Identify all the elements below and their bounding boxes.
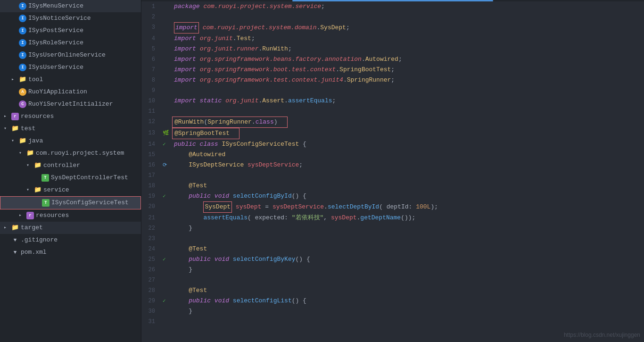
sidebar-item-resources-test[interactable]: r resources: [0, 209, 141, 222]
line-number: 14: [141, 139, 163, 150]
sidebar-item-service[interactable]: 📁 service: [0, 184, 141, 196]
folder-icon: 📁: [34, 160, 41, 171]
sidebar-item-com-folder[interactable]: 📁 com.ruoyi.project.system: [0, 147, 141, 159]
sidebar-item-label: target: [21, 223, 43, 233]
code-line: 3 import com.ruoyi.project.system.domain…: [141, 22, 644, 33]
sidebar-item-ISysRoleService[interactable]: I ISysRoleService: [0, 37, 141, 49]
sidebar-item-label: ISysRoleService: [28, 38, 83, 48]
line-content: ISysDeptService sysDeptService;: [172, 160, 644, 170]
sidebar-item-controller[interactable]: 📁 controller: [0, 159, 141, 172]
line-content: [172, 275, 644, 285]
line-number: 9: [141, 85, 163, 96]
code-line: 12 @RunWith(SpringRunner.class): [141, 117, 644, 128]
line-number: 17: [141, 170, 163, 181]
line-gutter: ✓: [163, 254, 172, 265]
sidebar-item-RuoYiApplication[interactable]: A RuoYiApplication: [0, 86, 141, 98]
line-number: 31: [141, 317, 163, 327]
sidebar-item-ISysConfigServiceTest[interactable]: T ISysConfigServiceTest: [0, 196, 141, 209]
resource-icon: r: [26, 212, 34, 219]
line-number: 7: [141, 65, 163, 75]
line-gutter: [163, 317, 172, 327]
sidebar-item-label: ISysUserService: [28, 62, 83, 73]
sidebar-item-SysDeptControllerTest[interactable]: T SysDeptControllerTest: [0, 172, 141, 184]
folder-arrow-icon: [11, 75, 18, 85]
class-icon: C: [19, 100, 26, 108]
line-gutter: [163, 306, 172, 317]
sidebar-item-resources-main[interactable]: r resources: [0, 110, 141, 123]
line-number: 12: [141, 117, 163, 128]
code-line: 4 import org.junit.Test;: [141, 33, 644, 44]
line-content: [172, 12, 644, 22]
sidebar-item-ISysMenuService[interactable]: I ISysMenuService: [0, 0, 141, 12]
sidebar-item-label: .gitignore: [21, 235, 58, 245]
line-gutter: [163, 234, 172, 244]
line-number: 18: [141, 181, 163, 191]
line-number: 4: [141, 33, 163, 44]
code-line: 15 @Autowired: [141, 150, 644, 160]
sidebar-item-ISysUserService[interactable]: I ISysUserService: [0, 61, 141, 74]
sidebar-item-test[interactable]: 📁 test: [0, 123, 141, 135]
code-line: 5 import org.junit.runner.RunWith;: [141, 44, 644, 54]
code-line: 28 @Test: [141, 285, 644, 296]
line-gutter: ✓: [163, 191, 172, 201]
line-number: 15: [141, 150, 163, 160]
code-content: 1 package com.ruoyi.project.system.servi…: [141, 1, 644, 327]
code-line: 2: [141, 12, 644, 22]
line-gutter: [163, 54, 172, 65]
folder-arrow-icon: [26, 185, 33, 195]
line-number: 8: [141, 75, 163, 85]
line-number: 13: [141, 128, 163, 139]
sidebar-item-label: ISysNoticeService: [28, 13, 91, 24]
sidebar-item-pom[interactable]: ▼ pom.xml: [0, 246, 141, 259]
sidebar-item-ISysNoticeService[interactable]: I ISysNoticeService: [0, 12, 141, 25]
line-gutter: [163, 213, 172, 223]
folder-arrow-icon: [4, 223, 10, 233]
line-gutter: [163, 170, 172, 181]
line-gutter: [163, 117, 172, 128]
line-gutter: [163, 85, 172, 96]
sidebar-item-ISysUserOnlineService[interactable]: I ISysUserOnlineService: [0, 49, 141, 61]
folder-icon: 📁: [11, 223, 19, 233]
interface-icon: I: [19, 27, 26, 34]
test-class-icon: T: [42, 199, 50, 207]
sidebar-item-ISysPostService[interactable]: I ISysPostService: [0, 25, 141, 37]
sidebar-item-tool[interactable]: 📁 tool: [0, 74, 141, 86]
sidebar-item-label: service: [43, 185, 69, 195]
code-line: 31: [141, 317, 644, 327]
sidebar-item-RuoYiServletInitializer[interactable]: C RuoYiServletInitializer: [0, 98, 141, 110]
sidebar-item-label: ISysConfigServiceTest: [51, 198, 129, 208]
folder-arrow-icon: [26, 160, 33, 171]
sidebar-item-label: test: [21, 124, 35, 134]
code-line: 1 package com.ruoyi.project.system.servi…: [141, 1, 644, 12]
line-gutter: [163, 265, 172, 275]
code-line: 6 import org.springframework.beans.facto…: [141, 54, 644, 65]
code-line: 23: [141, 234, 644, 244]
code-editor[interactable]: 1 package com.ruoyi.project.system.servi…: [141, 0, 644, 342]
test-class-icon: T: [41, 174, 49, 182]
line-content: @RunWith(SpringRunner.class): [172, 117, 288, 128]
sidebar-item-label: resources: [36, 210, 69, 221]
line-gutter: [163, 22, 172, 33]
line-content: public void selectConfigList() {: [172, 296, 644, 306]
sidebar-item-java[interactable]: 📁 java: [0, 135, 141, 147]
line-gutter: [163, 275, 172, 285]
code-line: 7 import org.springframework.boot.test.c…: [141, 65, 644, 75]
line-gutter: [163, 96, 172, 106]
line-gutter: [163, 150, 172, 160]
sidebar-item-label: com.ruoyi.project.system: [36, 148, 124, 158]
sidebar-item-target[interactable]: 📁 target: [0, 222, 141, 234]
app-icon: A: [19, 88, 26, 96]
scroll-indicator: [141, 0, 644, 1]
line-content: [172, 234, 644, 244]
folder-arrow-icon: [11, 136, 18, 146]
interface-icon: I: [19, 51, 26, 59]
line-gutter: ✓: [163, 296, 172, 306]
line-gutter: [163, 12, 172, 22]
sidebar-item-gitignore[interactable]: ▼ .gitignore: [0, 234, 141, 246]
code-line: 17: [141, 170, 644, 181]
line-content: @SpringBootTest: [172, 128, 239, 139]
line-content: public class ISysConfigServiceTest {: [172, 139, 644, 150]
code-line: 30 }: [141, 306, 644, 317]
line-number: 25: [141, 254, 163, 265]
line-content: import org.junit.runner.RunWith;: [172, 44, 644, 54]
